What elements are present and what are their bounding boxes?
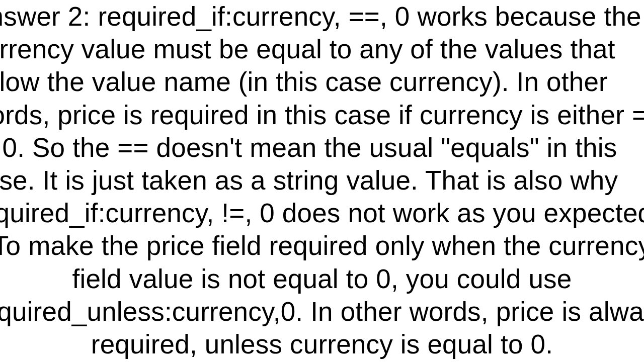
answer-text-container: Answer 2: required_if:currency, ==, 0 wo… bbox=[0, 0, 644, 360]
answer-paragraph-1: Answer 2: required_if:currency, ==, 0 wo… bbox=[0, 0, 644, 229]
answer-paragraph-2: To make the price field required only wh… bbox=[0, 229, 644, 360]
